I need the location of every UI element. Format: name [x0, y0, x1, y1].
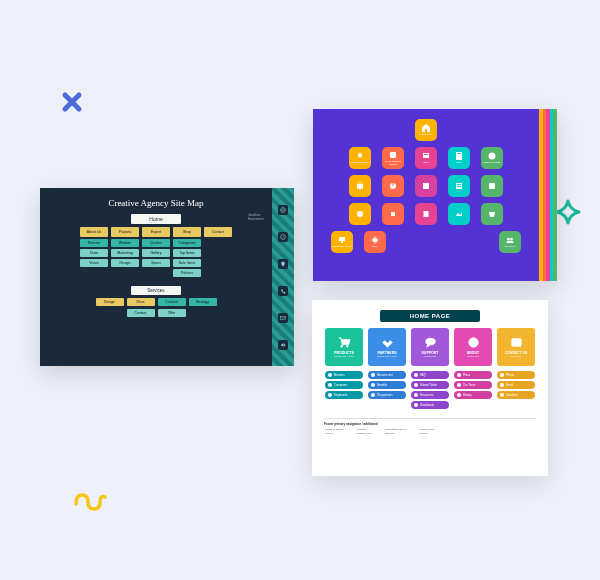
megaphone-icon — [278, 340, 288, 350]
decoration-x-icon — [60, 90, 84, 118]
sitemap-card-purple: Home Page Website redesign UX & interfac… — [313, 109, 557, 281]
c2-node — [382, 203, 404, 225]
c3-pill: Keyboards — [325, 391, 363, 399]
c3-fitem: Sitemap — [384, 432, 407, 435]
c2-node — [415, 203, 437, 225]
c1-b: Policies — [173, 269, 201, 277]
svg-rect-5 — [424, 154, 428, 155]
c3-fitem: Privacy — [324, 432, 344, 435]
c2-node: Blog — [415, 147, 437, 169]
c2-node: Our Team — [499, 231, 521, 253]
c3-pill: Press — [454, 371, 492, 379]
compass-icon — [278, 232, 288, 242]
decoration-squiggle-icon — [72, 489, 108, 517]
c2-node — [481, 203, 503, 225]
card2-stripes — [539, 109, 557, 281]
c3-footer-title: Footer primary navigation / additional — [324, 422, 536, 426]
svg-rect-11 — [393, 183, 394, 186]
svg-rect-15 — [457, 186, 461, 187]
c2-node: UX & interface design — [382, 147, 404, 169]
svg-rect-18 — [424, 211, 429, 217]
c1-svc: Strategy — [189, 298, 217, 306]
c1-top-4: Contact — [204, 227, 232, 237]
c1-b: Team — [80, 249, 108, 257]
c1-svc: Design — [96, 298, 124, 306]
c1-b: Vision — [80, 259, 108, 267]
c3-pill: Our partners — [368, 391, 406, 399]
c2-node: Docs — [448, 147, 470, 169]
c3-fitem: Careers — [356, 428, 372, 431]
c3-title: HOME PAGE — [380, 310, 481, 322]
c1-b: Gallery — [142, 249, 170, 257]
c1-b: Director — [80, 239, 108, 247]
c3-pill: Downloads — [411, 401, 449, 409]
c2-node: Website redesign — [349, 147, 371, 169]
c2-node — [448, 175, 470, 197]
c3-head-about: ABOUTLanding page — [454, 328, 492, 366]
c2-node — [349, 203, 371, 225]
c1-svc: Devs — [127, 298, 155, 306]
c1-top-2: Expert — [142, 227, 170, 237]
location-icon — [278, 259, 288, 269]
c1-b: Specs — [142, 259, 170, 267]
svg-rect-7 — [457, 153, 461, 154]
card1-meta-2: Ecommerce — [248, 218, 264, 222]
c3-pill: Submit Ticket — [411, 381, 449, 389]
sitemap-card-white: HOME PAGE PRODUCTSLanding page w/ filter… — [312, 300, 548, 476]
svg-rect-20 — [341, 241, 343, 243]
c3-pill: Our Team — [454, 381, 492, 389]
svg-point-26 — [425, 339, 434, 346]
c3-pill: Benefits — [368, 381, 406, 389]
phone-icon — [278, 286, 288, 296]
c2-root-node: Home Page — [415, 119, 437, 141]
c1-svc: Content — [158, 298, 186, 306]
svg-point-17 — [357, 211, 363, 217]
c1-b: Top Items — [173, 249, 201, 257]
c3-pill: Email — [497, 381, 535, 389]
svg-rect-12 — [423, 183, 429, 189]
c3-fitem: Brand / Style — [356, 432, 372, 435]
c3-pill: Monitors — [325, 371, 363, 379]
svg-rect-2 — [281, 316, 286, 319]
c2-node: Dashboard design — [331, 231, 353, 253]
svg-rect-19 — [339, 237, 345, 241]
svg-rect-9 — [357, 184, 363, 189]
card1-sidebar — [272, 188, 294, 366]
c1-top-3: Shop — [173, 227, 201, 237]
c3-pill: FAQ — [411, 371, 449, 379]
c1-svc: Contact — [127, 309, 155, 317]
c3-fitem: Terms of service — [324, 428, 344, 431]
globe-icon — [278, 205, 288, 215]
c3-fitem: Events — [418, 432, 434, 435]
c3-fitem: Report a bug — [418, 428, 434, 431]
c2-node — [415, 175, 437, 197]
c3-pill: Locations — [497, 391, 535, 399]
c2-node: Docs — [364, 231, 386, 253]
c1-b: Sale Items — [173, 259, 201, 267]
c1-b: Website — [111, 239, 139, 247]
card1-services: Services — [131, 286, 180, 295]
svg-rect-14 — [457, 184, 461, 185]
c3-pill: Computers — [325, 381, 363, 389]
c1-b: Quotes — [142, 239, 170, 247]
mail-icon — [278, 313, 288, 323]
card1-title: Creative Agency Site Map — [108, 198, 203, 208]
c1-top-1: Projects — [111, 227, 139, 237]
c3-head-partners: PARTNERSLanding page w/ filters — [368, 328, 406, 366]
svg-point-24 — [340, 346, 342, 348]
c1-svc: Offer — [158, 309, 186, 317]
c3-pill: Resources — [411, 391, 449, 399]
c3-fitem: Newsletter Sign-up — [384, 428, 407, 431]
svg-rect-3 — [390, 152, 396, 158]
c3-head-support: SUPPORTLanding page — [411, 328, 449, 366]
c1-b: Categories — [173, 239, 201, 247]
c3-footer: Footer primary navigation / additional T… — [324, 418, 536, 435]
c3-pill: Become one — [368, 371, 406, 379]
sitemap-card-dark: Creative Agency Site Map Home Jonathan E… — [40, 188, 294, 366]
svg-point-8 — [489, 153, 496, 160]
c1-b: Design — [111, 259, 139, 267]
c3-head-contact: CONTACT USEmbed form — [497, 328, 535, 366]
c2-node: Learning center — [481, 147, 503, 169]
c1-top-0: About Us — [80, 227, 108, 237]
card1-root-node: Home — [131, 214, 180, 224]
